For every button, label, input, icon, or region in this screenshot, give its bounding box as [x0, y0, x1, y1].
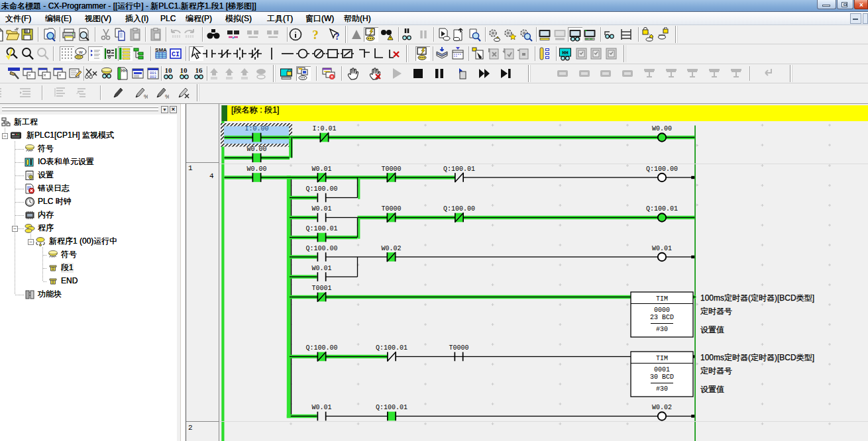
svg-text:[段名称 : 段1]: [段名称 : 段1]	[231, 105, 279, 115]
svg-text:T0000: T0000	[381, 205, 401, 213]
svg-text:W0.02: W0.02	[652, 404, 672, 411]
svg-text:W0.01: W0.01	[311, 205, 331, 213]
svg-text:Q:100.00: Q:100.00	[305, 245, 337, 252]
svg-text:100ms定时器(定时器)[BCD类型]: 100ms定时器(定时器)[BCD类型]	[700, 293, 814, 303]
svg-text:Q:100.01: Q:100.01	[305, 225, 337, 232]
svg-text:Q:100.00: Q:100.00	[443, 205, 475, 213]
svg-text:100ms定时器(定时器)[BCD类型]: 100ms定时器(定时器)[BCD类型]	[700, 353, 814, 362]
svg-text:T0001: T0001	[311, 285, 331, 292]
svg-text:0000: 0000	[654, 307, 670, 314]
svg-text:定时器号: 定时器号	[700, 366, 732, 375]
svg-text:I:0.00: I:0.00	[244, 125, 268, 132]
svg-text:#30: #30	[656, 326, 668, 333]
svg-text:W0.00: W0.00	[246, 146, 266, 153]
svg-text:W0.00: W0.00	[246, 166, 266, 173]
svg-text:Q:100.01: Q:100.01	[376, 404, 407, 411]
svg-text:Q:100.01: Q:100.01	[443, 166, 475, 173]
svg-text:Q:100.00: Q:100.00	[305, 344, 337, 352]
svg-text:T0000: T0000	[449, 344, 468, 352]
svg-text:#30: #30	[656, 385, 668, 393]
svg-text:T0000: T0000	[381, 166, 401, 173]
svg-text:W0.01: W0.01	[652, 245, 672, 252]
svg-text:W0.01: W0.01	[311, 166, 331, 173]
svg-text:W0.01: W0.01	[311, 265, 331, 272]
svg-text:I:0.01: I:0.01	[312, 125, 336, 132]
svg-text:W0.02: W0.02	[381, 245, 401, 252]
svg-text:0001: 0001	[654, 366, 670, 373]
svg-text:TIM: TIM	[656, 355, 668, 362]
svg-text:设置值: 设置值	[700, 325, 724, 334]
svg-text:定时器号: 定时器号	[700, 307, 732, 316]
svg-text:设置值: 设置值	[700, 385, 724, 394]
svg-text:W0.00: W0.00	[652, 125, 672, 132]
svg-text:23 BCD: 23 BCD	[650, 314, 674, 321]
svg-text:W0.01: W0.01	[311, 404, 331, 411]
svg-text:Q:100.01: Q:100.01	[376, 344, 407, 352]
svg-text:30 BCD: 30 BCD	[650, 373, 674, 381]
svg-text:Q:100.00: Q:100.00	[305, 185, 337, 193]
svg-text:Q:100.01: Q:100.01	[646, 205, 678, 213]
svg-text:Q:100.00: Q:100.00	[646, 166, 678, 173]
svg-text:TIM: TIM	[656, 295, 668, 303]
